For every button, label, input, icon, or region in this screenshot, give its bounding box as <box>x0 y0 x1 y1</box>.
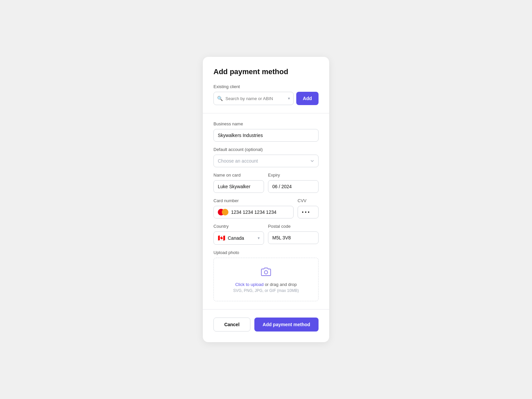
search-icon: 🔍 <box>217 96 223 101</box>
search-wrapper: 🔍 ▾ <box>213 92 294 105</box>
upload-section: Upload photo Click to upload or drag and… <box>213 250 319 301</box>
name-on-card-input[interactable] <box>213 180 264 193</box>
upload-or-text: or drag and drop <box>264 282 297 287</box>
upload-link[interactable]: Click to upload <box>235 282 263 287</box>
svg-point-0 <box>264 271 268 274</box>
canada-flag-icon: 🇨🇦 <box>218 234 225 242</box>
default-account-label: Default account (optional) <box>213 147 319 152</box>
add-button[interactable]: Add <box>296 92 319 105</box>
country-select[interactable]: Canada <box>228 235 258 241</box>
cvv-label: CVV <box>298 198 319 203</box>
existing-client-section: Existing client 🔍 ▾ Add <box>213 84 319 105</box>
name-on-card-label: Name on card <box>213 173 264 178</box>
expiry-input[interactable] <box>268 180 319 193</box>
default-account-section: Default account (optional) Choose an acc… <box>213 147 319 167</box>
country-section: Country 🇨🇦 Canada ▾ <box>213 224 264 245</box>
divider <box>203 113 329 113</box>
mc-orange-circle <box>222 209 228 215</box>
name-expiry-row: Name on card Expiry <box>213 173 319 193</box>
upload-area[interactable]: Click to upload or drag and drop SVG, PN… <box>213 258 319 301</box>
country-postal-row: Country 🇨🇦 Canada ▾ Postal code <box>213 224 319 245</box>
expiry-section: Expiry <box>268 173 319 193</box>
country-select-wrapper: 🇨🇦 Canada ▾ <box>213 231 264 245</box>
upload-hint: SVG, PNG, JPG, or GIF (max 10MB) <box>219 288 313 293</box>
upload-label: Upload photo <box>213 250 319 255</box>
footer-buttons: Cancel Add payment method <box>213 318 319 332</box>
name-on-card-section: Name on card <box>213 173 264 193</box>
modal-title: Add payment method <box>213 67 319 76</box>
postal-code-section: Postal code <box>268 224 319 245</box>
add-payment-modal: Add payment method Existing client 🔍 ▾ A… <box>203 57 329 342</box>
submit-button[interactable]: Add payment method <box>254 318 319 332</box>
cvv-input[interactable] <box>298 206 319 218</box>
upload-text: Click to upload or drag and drop <box>219 282 313 287</box>
search-input[interactable] <box>225 96 288 101</box>
country-label: Country <box>213 224 264 229</box>
card-number-input[interactable] <box>231 209 289 215</box>
cancel-button[interactable]: Cancel <box>213 318 250 332</box>
business-name-label: Business name <box>213 121 319 126</box>
expiry-label: Expiry <box>268 173 319 178</box>
existing-client-label: Existing client <box>213 84 319 89</box>
postal-code-input[interactable] <box>268 231 319 244</box>
chevron-down-icon: ▾ <box>258 236 260 240</box>
business-name-input[interactable] <box>213 129 319 142</box>
cvv-section: CVV <box>298 198 319 218</box>
chevron-down-icon: ▾ <box>288 96 290 101</box>
card-number-section: Card number <box>213 198 294 218</box>
card-number-wrapper <box>213 206 294 218</box>
search-row: 🔍 ▾ Add <box>213 92 319 105</box>
footer-divider <box>203 309 329 310</box>
account-select[interactable]: Choose an account <box>213 155 319 167</box>
business-name-section: Business name <box>213 121 319 142</box>
card-number-label: Card number <box>213 198 294 203</box>
camera-icon <box>219 266 313 282</box>
mastercard-icon <box>218 209 228 215</box>
postal-code-label: Postal code <box>268 224 319 229</box>
card-cvv-row: Card number CVV <box>213 198 319 218</box>
